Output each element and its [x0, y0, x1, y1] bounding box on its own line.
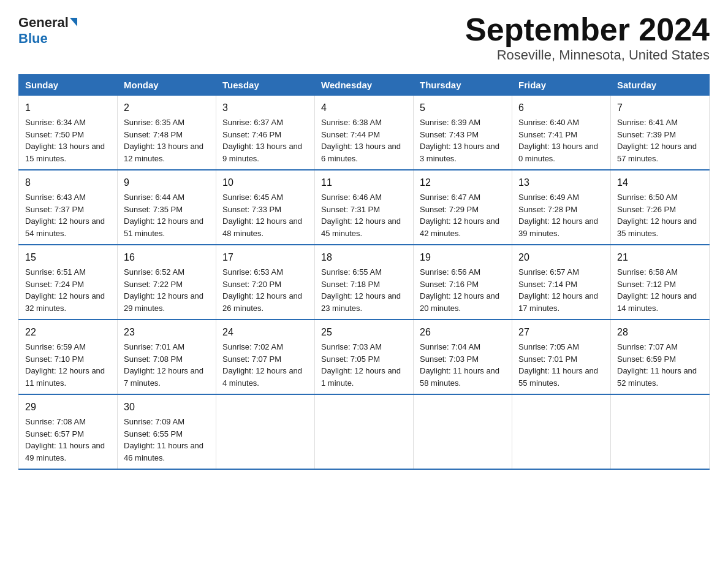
sunrise-text: Sunrise: 6:40 AM: [518, 118, 579, 127]
daylight-text: Daylight: 12 hours and 7 minutes.: [124, 366, 203, 388]
calendar-cell: [216, 394, 315, 469]
sunrise-text: Sunrise: 7:09 AM: [124, 417, 184, 426]
sunrise-text: Sunrise: 6:51 AM: [25, 267, 86, 277]
calendar-header-wednesday: Wednesday: [315, 75, 414, 96]
daylight-text: Daylight: 12 hours and 11 minutes.: [25, 366, 105, 388]
daylight-text: Daylight: 11 hours and 49 minutes.: [25, 441, 105, 462]
sunset-text: Sunset: 7:35 PM: [124, 205, 183, 214]
calendar-cell: 22Sunrise: 6:59 AMSunset: 7:10 PMDayligh…: [19, 320, 118, 394]
day-number: 5: [420, 101, 506, 115]
sunrise-text: Sunrise: 6:49 AM: [518, 193, 579, 202]
calendar-cell: 6Sunrise: 6:40 AMSunset: 7:41 PMDaylight…: [512, 96, 611, 170]
daylight-text: Daylight: 12 hours and 39 minutes.: [518, 216, 598, 238]
daylight-text: Daylight: 11 hours and 58 minutes.: [420, 366, 499, 388]
daylight-text: Daylight: 13 hours and 3 minutes.: [420, 142, 499, 163]
day-number: 30: [124, 400, 210, 415]
daylight-text: Daylight: 12 hours and 26 minutes.: [222, 291, 302, 313]
daylight-text: Daylight: 11 hours and 55 minutes.: [518, 366, 598, 388]
calendar-cell: 15Sunrise: 6:51 AMSunset: 7:24 PMDayligh…: [19, 245, 118, 320]
calendar-cell: 25Sunrise: 7:03 AMSunset: 7:05 PMDayligh…: [315, 320, 414, 394]
day-number: 11: [321, 175, 407, 190]
calendar-cell: 21Sunrise: 6:58 AMSunset: 7:12 PMDayligh…: [611, 245, 710, 320]
day-number: 1: [25, 101, 111, 115]
calendar-header-tuesday: Tuesday: [216, 75, 315, 96]
day-number: 2: [124, 101, 210, 115]
calendar-header-saturday: Saturday: [611, 75, 710, 96]
sunset-text: Sunset: 7:37 PM: [25, 205, 84, 214]
calendar-cell: 2Sunrise: 6:35 AMSunset: 7:48 PMDaylight…: [118, 96, 216, 170]
sunrise-text: Sunrise: 6:55 AM: [321, 267, 382, 277]
logo-general-text: General: [18, 15, 69, 31]
sunset-text: Sunset: 7:16 PM: [420, 280, 479, 289]
sunrise-text: Sunrise: 6:41 AM: [617, 118, 678, 127]
sunset-text: Sunset: 7:24 PM: [25, 280, 84, 289]
daylight-text: Daylight: 13 hours and 6 minutes.: [321, 142, 401, 163]
day-number: 19: [420, 250, 506, 265]
calendar-cell: 16Sunrise: 6:52 AMSunset: 7:22 PMDayligh…: [118, 245, 216, 320]
sunset-text: Sunset: 7:44 PM: [321, 130, 380, 139]
sunset-text: Sunset: 6:57 PM: [25, 429, 84, 439]
calendar-week-row: 8Sunrise: 6:43 AMSunset: 7:37 PMDaylight…: [19, 170, 710, 245]
logo: General Blue: [18, 12, 77, 47]
calendar-week-row: 22Sunrise: 6:59 AMSunset: 7:10 PMDayligh…: [19, 320, 710, 394]
day-number: 17: [222, 250, 308, 265]
day-number: 3: [222, 101, 308, 115]
sunrise-text: Sunrise: 6:53 AM: [222, 267, 283, 277]
calendar-header-monday: Monday: [118, 75, 216, 96]
sunrise-text: Sunrise: 7:05 AM: [518, 342, 579, 351]
day-number: 27: [518, 325, 604, 340]
sunrise-text: Sunrise: 7:01 AM: [124, 342, 184, 351]
page-header: General Blue September 2024 Roseville, M…: [18, 12, 710, 63]
sunset-text: Sunset: 7:08 PM: [124, 354, 183, 364]
sunrise-text: Sunrise: 7:08 AM: [25, 417, 86, 426]
sunset-text: Sunset: 7:41 PM: [518, 130, 577, 139]
sunrise-text: Sunrise: 6:45 AM: [222, 193, 283, 202]
day-number: 25: [321, 325, 407, 340]
calendar-cell: 10Sunrise: 6:45 AMSunset: 7:33 PMDayligh…: [216, 170, 315, 245]
day-number: 15: [25, 250, 111, 265]
sunset-text: Sunset: 7:29 PM: [420, 205, 479, 214]
day-number: 4: [321, 101, 407, 115]
sunrise-text: Sunrise: 6:44 AM: [124, 193, 184, 202]
day-number: 23: [124, 325, 210, 340]
sunset-text: Sunset: 7:33 PM: [222, 205, 281, 214]
day-number: 20: [518, 250, 604, 265]
calendar-cell: 14Sunrise: 6:50 AMSunset: 7:26 PMDayligh…: [611, 170, 710, 245]
day-number: 10: [222, 175, 308, 190]
day-number: 13: [518, 175, 604, 190]
sunrise-text: Sunrise: 6:35 AM: [124, 118, 184, 127]
daylight-text: Daylight: 12 hours and 1 minute.: [321, 366, 401, 388]
calendar-cell: 23Sunrise: 7:01 AMSunset: 7:08 PMDayligh…: [118, 320, 216, 394]
day-number: 22: [25, 325, 111, 340]
sunset-text: Sunset: 7:10 PM: [25, 354, 84, 364]
daylight-text: Daylight: 11 hours and 46 minutes.: [124, 441, 203, 462]
day-number: 21: [617, 250, 703, 265]
sunset-text: Sunset: 7:07 PM: [222, 354, 281, 364]
day-number: 16: [124, 250, 210, 265]
daylight-text: Daylight: 12 hours and 45 minutes.: [321, 216, 401, 238]
sunset-text: Sunset: 7:14 PM: [518, 280, 577, 289]
sunrise-text: Sunrise: 6:38 AM: [321, 118, 382, 127]
sunrise-text: Sunrise: 7:03 AM: [321, 342, 382, 351]
calendar-cell: [414, 394, 512, 469]
sunset-text: Sunset: 7:28 PM: [518, 205, 577, 214]
calendar-table: SundayMondayTuesdayWednesdayThursdayFrid…: [18, 74, 710, 470]
day-number: 24: [222, 325, 308, 340]
calendar-cell: 29Sunrise: 7:08 AMSunset: 6:57 PMDayligh…: [19, 394, 118, 469]
daylight-text: Daylight: 13 hours and 12 minutes.: [124, 142, 203, 163]
calendar-cell: 9Sunrise: 6:44 AMSunset: 7:35 PMDaylight…: [118, 170, 216, 245]
sunrise-text: Sunrise: 7:04 AM: [420, 342, 480, 351]
calendar-cell: 8Sunrise: 6:43 AMSunset: 7:37 PMDaylight…: [19, 170, 118, 245]
sunrise-text: Sunrise: 6:43 AM: [25, 193, 86, 202]
sunset-text: Sunset: 7:05 PM: [321, 354, 380, 364]
calendar-cell: 28Sunrise: 7:07 AMSunset: 6:59 PMDayligh…: [611, 320, 710, 394]
day-number: 6: [518, 101, 604, 115]
sunset-text: Sunset: 6:59 PM: [617, 354, 676, 364]
sunrise-text: Sunrise: 6:56 AM: [420, 267, 480, 277]
calendar-cell: 3Sunrise: 6:37 AMSunset: 7:46 PMDaylight…: [216, 96, 315, 170]
daylight-text: Daylight: 12 hours and 29 minutes.: [124, 291, 203, 313]
page-title: September 2024: [465, 12, 710, 47]
day-number: 28: [617, 325, 703, 340]
sunset-text: Sunset: 7:48 PM: [124, 130, 183, 139]
calendar-cell: 12Sunrise: 6:47 AMSunset: 7:29 PMDayligh…: [414, 170, 512, 245]
